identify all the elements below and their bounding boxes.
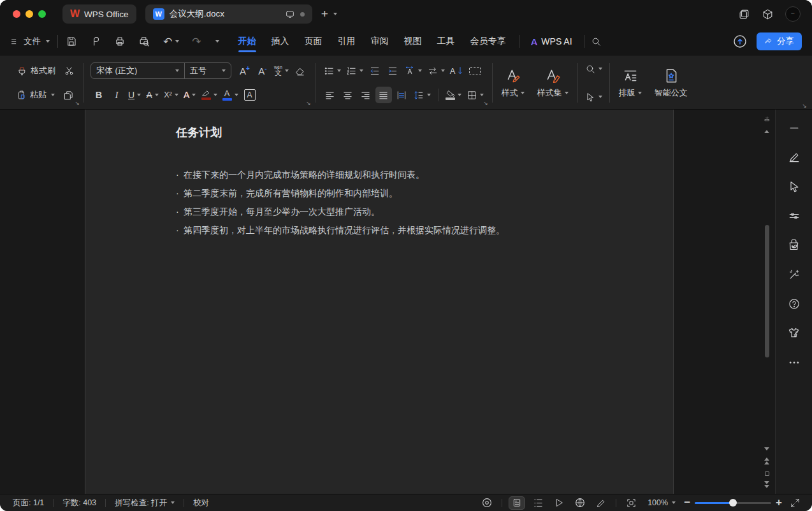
save-icon[interactable] xyxy=(66,36,77,47)
read-preview-button[interactable] xyxy=(479,496,495,510)
page-view-button[interactable] xyxy=(509,496,525,510)
fit-page-button[interactable] xyxy=(623,496,639,510)
window-stack-icon[interactable] xyxy=(738,8,750,20)
zoom-level-select[interactable]: 100% xyxy=(644,498,679,507)
document-bullet-line[interactable]: · 第四季度初，对上半年的市场战略执行情况进行评估，并根据实际情况进行调整。 xyxy=(176,221,673,240)
numbered-list-button[interactable] xyxy=(344,62,365,79)
align-right-button[interactable] xyxy=(358,87,374,103)
document-bullet-line[interactable]: · 在接下来的一个月内完成市场策略的详细规划和执行时间表。 xyxy=(176,166,673,184)
sort-button[interactable]: A xyxy=(448,62,465,79)
select-cursor-icon[interactable] xyxy=(787,180,801,193)
increase-font-button[interactable]: A+ xyxy=(236,62,253,79)
highlight-button[interactable] xyxy=(199,87,219,103)
paste-button[interactable]: 粘贴 xyxy=(13,87,59,103)
new-tab-button[interactable]: + xyxy=(321,7,328,21)
decrease-indent-button[interactable] xyxy=(366,62,383,79)
menu-tab-view[interactable]: 视图 xyxy=(398,32,428,51)
proofread-button[interactable]: 校对 xyxy=(189,498,213,508)
menu-tab-insert[interactable]: 插入 xyxy=(265,32,296,51)
zoom-in-button[interactable]: + xyxy=(776,496,782,509)
print-icon[interactable] xyxy=(114,36,126,47)
text-direction-chevron-icon[interactable] xyxy=(418,69,422,72)
two-way-swap-button[interactable] xyxy=(425,62,447,79)
font-dialog-launcher[interactable]: ↘ xyxy=(306,100,311,106)
customize-toolbar-chevron-icon[interactable] xyxy=(215,40,219,43)
pen-annotate-icon[interactable] xyxy=(787,150,801,164)
export-pdf-icon[interactable] xyxy=(90,36,101,47)
document-page[interactable]: 任务计划 · 在接下来的一个月内完成市场策略的详细规划和执行时间表。 · 第二季… xyxy=(85,110,674,494)
strikethrough-chevron-icon[interactable] xyxy=(155,94,159,96)
numbered-list-chevron-icon[interactable] xyxy=(359,69,363,72)
ruler-toggle-icon[interactable] xyxy=(763,115,771,122)
char-border-button[interactable]: A xyxy=(242,87,258,103)
pinyin-chevron-icon[interactable] xyxy=(285,69,289,72)
print-preview-icon[interactable] xyxy=(138,36,150,48)
document-tab[interactable]: W 会议大纲.docx xyxy=(145,4,312,24)
pinyin-guide-button[interactable]: wén 文 xyxy=(272,62,291,79)
prev-page-button[interactable] xyxy=(763,457,771,464)
font-color-chevron-icon[interactable] xyxy=(235,94,238,96)
scrollbar-thumb[interactable] xyxy=(765,225,769,357)
smart-document-button[interactable]: 智能公文 xyxy=(648,59,694,106)
search-icon[interactable] xyxy=(591,36,602,47)
clear-format-button[interactable] xyxy=(292,62,308,79)
menu-tab-home[interactable]: 开始 xyxy=(232,32,263,51)
more-options-icon[interactable] xyxy=(787,356,801,369)
redo-button[interactable]: ↷ xyxy=(192,35,201,48)
paragraph-dialog-launcher[interactable]: ↘ xyxy=(483,100,488,106)
cube-apps-icon[interactable] xyxy=(762,8,774,20)
zoom-slider[interactable] xyxy=(695,498,771,507)
eco-theme-icon[interactable] xyxy=(787,238,801,252)
paste-chevron-icon[interactable] xyxy=(51,94,55,96)
tab-stop-button[interactable] xyxy=(467,62,483,79)
wps-ai-tab[interactable]: A WPS AI xyxy=(526,36,577,47)
font-color-button[interactable]: A xyxy=(221,87,240,103)
font-name-select[interactable]: 宋体 (正文) xyxy=(91,63,184,78)
select-chevron-icon[interactable] xyxy=(598,96,602,98)
superscript-button[interactable]: X² xyxy=(162,87,180,103)
skin-theme-icon[interactable] xyxy=(787,326,801,340)
adjust-sliders-icon[interactable] xyxy=(787,209,801,222)
spellcheck-toggle[interactable]: 拼写检查: 打开 xyxy=(111,498,178,508)
styles-button[interactable]: 样式 xyxy=(495,59,531,106)
magic-wand-icon[interactable] xyxy=(787,268,801,281)
select-tool-button[interactable] xyxy=(583,89,604,105)
align-left-button[interactable] xyxy=(322,87,338,103)
font-size-select[interactable]: 五号 xyxy=(185,63,231,78)
text-effect-button[interactable]: A xyxy=(182,87,198,103)
minimize-window-button[interactable] xyxy=(25,10,33,18)
ribbon-dialog-launcher[interactable]: ↘ xyxy=(802,103,807,109)
file-menu-button[interactable]: 文件 xyxy=(10,36,50,47)
copy-button[interactable] xyxy=(60,87,76,103)
text-effect-chevron-icon[interactable] xyxy=(192,94,196,96)
bullet-list-chevron-icon[interactable] xyxy=(337,69,341,72)
layout-tools-button[interactable]: 排版 xyxy=(613,59,648,106)
increase-indent-button[interactable] xyxy=(384,62,401,79)
fullscreen-button[interactable] xyxy=(787,496,803,510)
cut-button[interactable] xyxy=(61,62,77,79)
close-window-button[interactable] xyxy=(13,10,20,18)
user-avatar[interactable]: ◦◦◦ xyxy=(785,6,801,22)
undo-chevron-icon[interactable] xyxy=(175,40,179,43)
next-page-button[interactable] xyxy=(763,480,771,488)
menu-tab-tools[interactable]: 工具 xyxy=(431,32,461,51)
help-icon[interactable] xyxy=(787,297,801,310)
text-direction-button[interactable] xyxy=(402,62,424,79)
align-center-button[interactable] xyxy=(340,87,356,103)
shading-chevron-icon[interactable] xyxy=(458,94,461,96)
web-view-button[interactable] xyxy=(572,496,588,510)
undo-button[interactable]: ↶ xyxy=(163,35,179,48)
line-spacing-button[interactable] xyxy=(411,87,433,103)
format-painter-button[interactable]: 格式刷 xyxy=(13,62,59,79)
underline-button[interactable]: U xyxy=(126,87,143,103)
menu-tab-review[interactable]: 审阅 xyxy=(365,32,395,51)
highlight-chevron-icon[interactable] xyxy=(214,94,217,96)
document-heading[interactable]: 任务计划 xyxy=(176,125,673,140)
zoom-window-button[interactable] xyxy=(38,10,46,18)
underline-chevron-icon[interactable] xyxy=(137,94,141,96)
bullet-list-button[interactable] xyxy=(322,62,343,79)
document-bullet-line[interactable]: · 第三季度开始，每月至少举办一次大型推广活动。 xyxy=(176,203,673,221)
justify-button[interactable] xyxy=(375,87,392,103)
slideshow-button[interactable] xyxy=(551,496,567,510)
scroll-up-button[interactable] xyxy=(763,127,771,135)
